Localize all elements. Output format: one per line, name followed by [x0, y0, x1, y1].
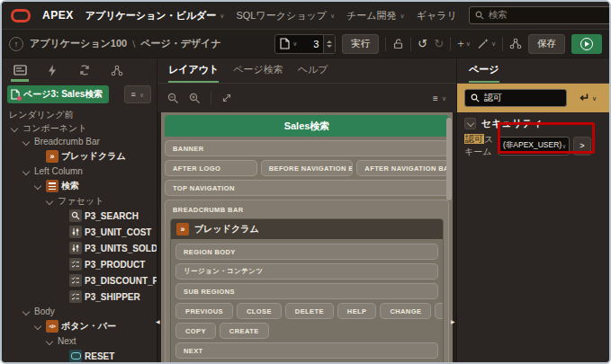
slot-top-navigation[interactable]: TOP NAVIGATION	[165, 180, 449, 196]
tree-item-p3-discount-percent[interactable]: P3_DISCOUNT_PERCENT	[2, 272, 157, 289]
slot-region-content[interactable]: リージョン・コンテンツ	[175, 263, 438, 280]
slot-before-navigation-bar[interactable]: BEFORE NAVIGATION BAR	[261, 160, 354, 176]
unlock-icon[interactable]	[392, 38, 404, 49]
go-to-component-button[interactable]: >	[573, 137, 591, 155]
save-button[interactable]: 保存	[528, 34, 565, 54]
tab-processing[interactable]	[68, 58, 101, 82]
slot-next[interactable]: NEXT	[175, 342, 438, 359]
page-number-stepper[interactable]	[323, 35, 335, 53]
chevron-down-icon[interactable]	[44, 336, 55, 347]
go-up-icon[interactable]: ↑	[9, 37, 23, 51]
wand-icon	[477, 38, 490, 49]
zoom-out-icon[interactable]	[167, 93, 179, 104]
undo-icon[interactable]: ↺	[418, 37, 427, 50]
chevron-down-icon[interactable]	[9, 123, 20, 134]
shared-components-icon[interactable]	[509, 38, 522, 49]
page-region-header[interactable]: Sales検索	[165, 115, 449, 137]
breadcrumb-region-card-header[interactable]: » ブレッドクラム	[171, 219, 443, 239]
tree-item-p3-units-sold[interactable]: P3_UNITS_SOLD	[2, 240, 157, 256]
right-splitter[interactable]: ▶	[453, 112, 456, 362]
apex-logo-icon[interactable]	[11, 9, 31, 22]
slot-breadcrumb-bar[interactable]: BREADCRUMB BAR » ブレッドクラム REGION BODY リージ…	[165, 200, 449, 362]
tab-page-search[interactable]: ページ検索	[233, 63, 283, 83]
slot-delete[interactable]: DELETE	[285, 303, 334, 319]
create-menu-button[interactable]: + ∨	[457, 37, 471, 50]
authorization-scheme-select[interactable]: (非APEX_USER) ∨	[498, 137, 570, 155]
menu-gallery[interactable]: ギャラリ	[417, 9, 457, 22]
chevron-down-icon[interactable]	[32, 321, 43, 332]
tab-rendering[interactable]	[4, 58, 36, 82]
tab-help[interactable]: ヘルプ	[298, 63, 328, 83]
layout-menu-button[interactable]: ≡ ∨	[433, 93, 446, 103]
slot-after-navigation-bar[interactable]: AFTER NAVIGATION BAR	[356, 160, 449, 176]
slot-change[interactable]: CHANGE	[380, 303, 431, 319]
range-facet-icon	[69, 226, 82, 238]
selected-page-item[interactable]: ページ3: Sales検索	[7, 85, 109, 103]
page-select-button[interactable]: ∨	[275, 38, 301, 49]
menu-team-dev[interactable]: チーム開発 ∨	[346, 9, 405, 22]
menu-sql-workshop[interactable]: SQLワークショップ ∨	[236, 9, 335, 22]
slot-edit[interactable]: EDIT	[435, 303, 444, 319]
tree-item-p3-shipper[interactable]: P3_SHIPPER	[2, 289, 157, 305]
chevron-down-icon[interactable]	[44, 196, 55, 207]
tree-item-search-region[interactable]: 検索	[2, 178, 157, 194]
tree-item-p3-product[interactable]: P3_PRODUCT	[2, 256, 157, 272]
property-search-input[interactable]: 認可	[464, 89, 567, 107]
global-search-input[interactable]: 検索	[469, 6, 611, 24]
tree-item-next[interactable]: Next	[2, 334, 157, 348]
tree-item-breadcrumb-bar[interactable]: Breadcrumb Bar	[2, 135, 157, 148]
rendering-panel: ページ3: Sales検索 ≡ ∨ レンダリング前 コンポーネント Breadc…	[2, 58, 157, 362]
slot-region-body[interactable]: REGION BODY	[175, 244, 438, 260]
save-and-run-button[interactable]	[571, 34, 602, 54]
slot-copy[interactable]: COPY	[175, 323, 216, 339]
collapse-section-icon[interactable]	[464, 118, 476, 129]
property-label: 認可スキーム	[464, 133, 498, 158]
slot-help[interactable]: HELP	[337, 303, 377, 319]
tree-item-reset-button[interactable]: RESET	[2, 348, 157, 364]
zoom-in-icon[interactable]	[189, 93, 201, 104]
slot-create[interactable]: CREATE	[220, 323, 269, 339]
tree-item-breadcrumb-region[interactable]: »ブレッドクラム	[2, 148, 157, 164]
run-page-button[interactable]: 実行	[342, 34, 379, 54]
tab-page-shared-components[interactable]	[101, 58, 133, 82]
canvas-scrollbar[interactable]	[446, 118, 452, 200]
section-security[interactable]: セキュリティ	[457, 114, 609, 132]
redo-icon[interactable]: ↻	[434, 37, 444, 50]
tab-page[interactable]: ページ	[469, 63, 499, 83]
tab-layout[interactable]: レイアウト	[168, 63, 219, 83]
slot-after-logo[interactable]: AFTER LOGO	[165, 160, 257, 176]
menu-app-builder[interactable]: アプリケーション・ビルダー ∨	[85, 9, 225, 22]
slot-previous[interactable]: PREVIOUS	[175, 303, 233, 319]
tree-item-facets[interactable]: ファセット	[2, 194, 157, 208]
tree-item-p3-unit-cost[interactable]: P3_UNIT_COST	[2, 224, 157, 240]
faceted-search-icon	[46, 180, 58, 192]
chevron-down-icon: ∨	[592, 95, 597, 102]
breadcrumb-application[interactable]: アプリケーション100	[30, 37, 127, 50]
slot-banner[interactable]: BANNER	[165, 140, 449, 156]
slot-sub-regions[interactable]: SUB REGIONS	[175, 283, 438, 299]
go-to-match-button[interactable]: ∨	[577, 93, 602, 103]
breadcrumb-region-card[interactable]: » ブレッドクラム REGION BODY リージョン・コンテンツ SUB RE…	[170, 218, 444, 362]
tree-menu-button[interactable]: ≡ ∨	[124, 85, 151, 103]
page-number-input[interactable]: 3	[301, 39, 323, 49]
left-splitter[interactable]: ◀	[157, 112, 161, 362]
tree-item-p3-search[interactable]: P3_SEARCH	[2, 208, 157, 224]
tree-item-left-column[interactable]: Left Column	[2, 164, 157, 178]
tab-dynamic-actions[interactable]	[36, 58, 68, 82]
tree-item-body[interactable]: Body	[2, 305, 157, 318]
slot-close[interactable]: CLOSE	[237, 303, 282, 319]
chevron-down-icon[interactable]	[32, 181, 43, 191]
collapse-left-icon[interactable]: ◀	[156, 319, 160, 324]
chevron-down-icon[interactable]	[21, 166, 31, 177]
page-selection-row: ページ3: Sales検索 ≡ ∨	[2, 82, 157, 107]
toolbar-controls: ∨ 3 実行 ↺ ↻ + ∨ ∨	[274, 34, 602, 54]
page-icon	[280, 38, 290, 49]
expand-icon[interactable]	[221, 93, 232, 103]
tree-item-button-bar[interactable]: </>ボタン・バー	[2, 318, 157, 334]
tree-item-components[interactable]: コンポーネント	[2, 121, 157, 135]
collapse-right-icon[interactable]: ▶	[451, 319, 455, 324]
chevron-down-icon[interactable]	[21, 137, 31, 147]
tree-item-pre-rendering[interactable]: レンダリング前	[2, 108, 157, 121]
chevron-down-icon[interactable]	[21, 306, 31, 317]
utilities-menu-button[interactable]: ∨	[477, 38, 496, 49]
